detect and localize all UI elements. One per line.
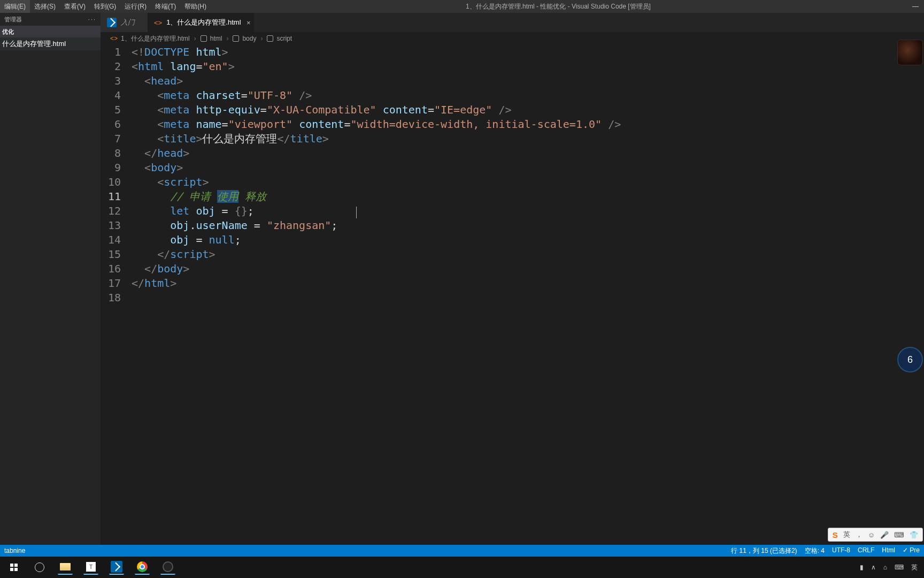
vscode-icon xyxy=(111,561,122,573)
status-cursor-position[interactable]: 行 11，列 15 (已选择2) xyxy=(731,546,797,556)
code-body[interactable]: <!DOCTYPE html> <html lang="en"> <head> … xyxy=(132,45,924,545)
crumb-script[interactable]: script xyxy=(276,35,292,42)
status-eol[interactable]: CRLF xyxy=(858,546,874,556)
status-prettier[interactable]: ✓ Pre xyxy=(903,546,920,556)
tab-file-active[interactable]: <> 1、什么是内存管理.html × xyxy=(148,13,254,32)
html-file-icon: <> xyxy=(110,35,118,42)
obs-icon xyxy=(163,561,173,572)
explorer-title: 管理器 xyxy=(4,16,22,24)
profile-avatar-badge[interactable] xyxy=(897,40,923,65)
html-file-icon: <> xyxy=(154,19,162,27)
crumb-file[interactable]: 1、什么是内存管理.html xyxy=(121,34,190,43)
ime-skin-icon[interactable]: 👕 xyxy=(910,531,918,539)
status-bar: tabnine 行 11，列 15 (已选择2) 空格: 4 UTF-8 CRL… xyxy=(0,545,924,557)
system-tray[interactable]: ▮ ∧ ⌂ ⌨ 英 xyxy=(860,563,918,572)
chevron-right-icon: › xyxy=(194,35,196,42)
ime-emoji-icon[interactable]: ☺ xyxy=(868,531,875,539)
folder-icon xyxy=(60,563,71,571)
taskbar-obs[interactable] xyxy=(160,560,175,575)
circle-icon xyxy=(35,562,44,572)
tab-close-icon[interactable]: × xyxy=(247,19,251,27)
text-icon: T xyxy=(86,562,96,572)
symbol-icon xyxy=(267,35,273,42)
window-minimize-button[interactable]: — xyxy=(912,3,918,10)
chevron-right-icon: › xyxy=(226,35,228,42)
tray-battery-icon[interactable]: ▮ xyxy=(860,564,864,571)
windows-icon xyxy=(10,564,18,571)
line-gutter: 123 456 789 101112 131415 161718 xyxy=(101,45,132,545)
tray-cloud-icon[interactable]: ⌂ xyxy=(883,564,887,571)
tab-welcome[interactable]: 入门 xyxy=(101,13,148,32)
symbol-icon xyxy=(233,35,239,42)
editor-tabs: 入门 <> 1、什么是内存管理.html × xyxy=(101,13,924,32)
explorer-more-icon[interactable]: ··· xyxy=(88,16,96,22)
code-editor[interactable]: 123 456 789 101112 131415 161718 <!DOCTY… xyxy=(101,45,924,545)
menu-view[interactable]: 查看(V) xyxy=(60,0,90,13)
ime-mic-icon[interactable]: 🎤 xyxy=(880,531,889,539)
status-spaces[interactable]: 空格: 4 xyxy=(805,546,825,556)
taskbar-start-button[interactable] xyxy=(6,560,21,575)
breadcrumb[interactable]: <>1、什么是内存管理.html › html › body › script xyxy=(101,32,924,45)
chrome-icon xyxy=(137,561,148,572)
explorer-file-entry[interactable]: 什么是内存管理.html xyxy=(0,37,101,50)
menu-edit[interactable]: 编辑(E) xyxy=(0,0,30,13)
chevron-right-icon: › xyxy=(260,35,263,42)
taskbar-chrome[interactable] xyxy=(135,560,150,575)
taskbar-notepad[interactable]: T xyxy=(83,560,98,575)
ime-punct-icon[interactable]: ， xyxy=(856,530,863,539)
zoom-bubble[interactable]: 6 xyxy=(897,347,923,372)
vscode-icon xyxy=(107,18,117,27)
status-encoding[interactable]: UTF-8 xyxy=(832,546,850,556)
menu-go[interactable]: 转到(G) xyxy=(90,0,120,13)
taskbar-vscode[interactable] xyxy=(109,560,124,575)
ime-floating-toolbar[interactable]: S 英 ， ☺ 🎤 ⌨ 👕 xyxy=(828,528,923,542)
crumb-body[interactable]: body xyxy=(242,35,256,42)
windows-taskbar: T ▮ ∧ ⌂ ⌨ 英 xyxy=(0,557,924,578)
menu-bar: 编辑(E) 选择(S) 查看(V) 转到(G) 运行(R) 终端(T) 帮助(H… xyxy=(0,0,211,13)
taskbar-cortana[interactable] xyxy=(32,560,47,575)
crumb-html[interactable]: html xyxy=(210,35,222,42)
status-tabnine[interactable]: tabnine xyxy=(4,547,25,554)
tab-welcome-label: 入门 xyxy=(121,18,135,27)
text-cursor xyxy=(356,207,357,218)
symbol-icon xyxy=(201,35,207,42)
taskbar-explorer[interactable] xyxy=(58,560,73,575)
tray-ime-indicator[interactable]: 英 xyxy=(911,563,918,572)
tab-file-label: 1、什么是内存管理.html xyxy=(166,18,241,27)
explorer-sidebar: 管理器 ··· 优化 什么是内存管理.html xyxy=(0,13,101,545)
menu-help[interactable]: 帮助(H) xyxy=(180,0,211,13)
tray-keyboard-icon[interactable]: ⌨ xyxy=(895,564,904,571)
window-title: 1、什么是内存管理.html - 性能优化 - Visual Studio Co… xyxy=(211,2,906,11)
status-language[interactable]: Html xyxy=(882,546,895,556)
menu-terminal[interactable]: 终端(T) xyxy=(151,0,180,13)
menu-run[interactable]: 运行(R) xyxy=(120,0,151,13)
ime-lang-indicator[interactable]: 英 xyxy=(843,530,850,539)
explorer-section-folder[interactable]: 优化 xyxy=(0,26,101,37)
ime-brand-icon: S xyxy=(833,530,838,539)
ime-keyboard-icon[interactable]: ⌨ xyxy=(894,531,904,539)
tray-chevron-up-icon[interactable]: ∧ xyxy=(871,564,876,571)
menu-select[interactable]: 选择(S) xyxy=(30,0,60,13)
